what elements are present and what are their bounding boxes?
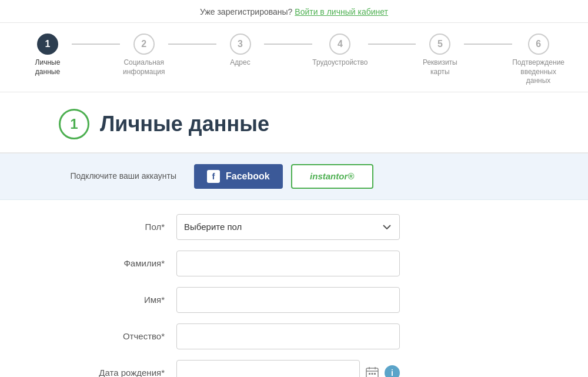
main-content: 1 Личные данные Подключите ваши аккаунты… [0, 92, 588, 377]
form-row-birthdate: Дата рождения* i [59, 360, 529, 377]
birthdate-info-icon[interactable]: i [385, 365, 400, 377]
label-birthdate: Дата рождения* [59, 368, 176, 377]
top-bar: Уже зарегистрированы? Войти в личный каб… [0, 0, 588, 23]
facebook-button[interactable]: f Facebook [194, 164, 283, 189]
step-1: 1 Личные данные [24, 34, 72, 76]
page-title: Личные данные [100, 112, 269, 136]
svg-rect-4 [369, 373, 370, 375]
page-title-row: 1 Личные данные [0, 92, 588, 154]
step-2: 2 Социальная информация [120, 34, 168, 76]
connect-section: Подключите ваши аккаунты f Facebook inst… [0, 154, 588, 200]
svg-rect-6 [374, 373, 376, 375]
step-label-4: Трудоустройство [312, 58, 368, 68]
birthdate-input[interactable] [176, 360, 360, 377]
step-circle-2: 2 [133, 34, 155, 55]
svg-rect-0 [366, 368, 378, 377]
firstname-input[interactable] [176, 287, 400, 313]
gender-select[interactable]: Выберите пол Мужской Женский [176, 214, 400, 240]
instantor-button[interactable]: instantor® [291, 164, 373, 189]
step-circle-6: 6 [528, 34, 549, 55]
connector-2-3 [168, 44, 216, 45]
calendar-icon-button[interactable] [366, 366, 379, 377]
form-row-patronymic: Отчество* [59, 323, 529, 349]
form-row-firstname: Имя* [59, 287, 529, 313]
form-row-gender: Пол* Выберите пол Мужской Женский [59, 214, 529, 240]
step-label-3: Адрес [230, 58, 250, 68]
step-label-6: Подтверждение введенных данных [512, 58, 564, 86]
step-5: 5 Реквизиты карты [416, 34, 464, 76]
svg-rect-5 [372, 373, 373, 375]
label-gender: Пол* [59, 222, 176, 232]
connector-3-4 [264, 44, 312, 45]
form-section: Пол* Выберите пол Мужской Женский Фамили… [0, 200, 588, 377]
step-4: 4 Трудоустройство [312, 34, 368, 68]
already-registered-text: Уже зарегистрированы? [200, 7, 292, 16]
step-circle-3: 3 [230, 34, 251, 55]
steps-container: 1 Личные данные 2 Социальная информация … [0, 23, 588, 92]
connector-5-6 [464, 44, 512, 45]
calendar-icon [366, 366, 379, 377]
connector-4-5 [368, 44, 416, 45]
label-lastname: Фамилия* [59, 258, 176, 268]
login-link[interactable]: Войти в личный кабинет [295, 7, 388, 16]
label-patronymic: Отчество* [59, 331, 176, 341]
lastname-input[interactable] [176, 251, 400, 276]
step-label-1: Личные данные [24, 58, 72, 76]
facebook-label: Facebook [226, 171, 270, 182]
step-label-5: Реквизиты карты [416, 58, 464, 76]
steps-progress: 1 Личные данные 2 Социальная информация … [24, 34, 564, 86]
step-label-2: Социальная информация [120, 58, 168, 76]
connector-1-2 [72, 44, 120, 45]
form-row-lastname: Фамилия* [59, 251, 529, 276]
page-number-circle: 1 [59, 109, 89, 139]
connect-buttons: f Facebook instantor® [194, 164, 373, 189]
instantor-label: instantor® [310, 171, 354, 181]
facebook-icon: f [207, 170, 220, 183]
connect-label: Подключите ваши аккаунты [59, 171, 176, 182]
patronymic-input[interactable] [176, 323, 400, 349]
label-firstname: Имя* [59, 295, 176, 305]
step-3: 3 Адрес [216, 34, 265, 68]
step-circle-5: 5 [429, 34, 450, 55]
step-circle-1: 1 [37, 34, 58, 55]
step-circle-4: 4 [329, 34, 350, 55]
birthdate-input-group: i [176, 360, 400, 377]
step-6: 6 Подтверждение введенных данных [512, 34, 564, 86]
